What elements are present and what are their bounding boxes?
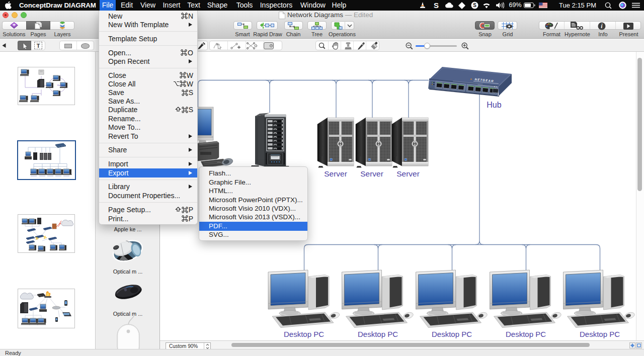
svg-text:Server: Server (324, 169, 347, 178)
svg-text:Desktop PC: Desktop PC (432, 330, 472, 338)
svg-text:Desktop PC: Desktop PC (506, 330, 546, 338)
svg-text:Ring: Ring (57, 84, 61, 86)
svg-text:Server: Server (396, 169, 420, 178)
svg-text:Desktop PC: Desktop PC (358, 330, 398, 338)
svg-text:Server: Server (360, 169, 383, 178)
svg-text:Hub: Hub (487, 101, 501, 109)
svg-text:Desktop PC: Desktop PC (284, 330, 324, 338)
svg-text:S: S (473, 3, 476, 8)
svg-text:Desktop PC: Desktop PC (580, 330, 620, 338)
